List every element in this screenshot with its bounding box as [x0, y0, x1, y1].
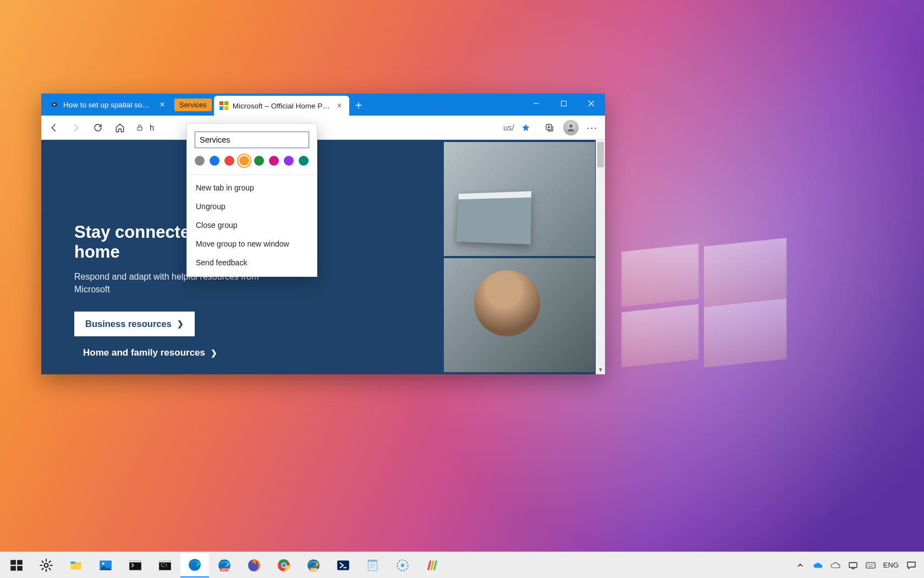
tab-close-icon[interactable]: ✕ — [158, 100, 167, 109]
svg-text:CAN: CAN — [311, 568, 318, 571]
taskbar-edge-canary[interactable]: CAN — [299, 553, 328, 577]
color-swatch-pink[interactable] — [269, 156, 279, 166]
minimize-button[interactable] — [522, 94, 550, 113]
tray-keyboard-icon[interactable] — [866, 560, 876, 570]
vertical-scrollbar[interactable]: ▲ ▼ — [596, 140, 605, 374]
taskbar-app-gear[interactable] — [388, 553, 417, 577]
business-resources-button[interactable]: Business resources ❯ — [74, 312, 195, 336]
scroll-down-icon[interactable]: ▼ — [596, 365, 605, 374]
svg-rect-42 — [866, 563, 875, 568]
scroll-thumb[interactable] — [597, 142, 604, 167]
color-swatch-purple[interactable] — [284, 156, 294, 166]
svg-rect-8 — [10, 560, 16, 565]
tray-action-center-icon[interactable] — [906, 560, 916, 570]
taskbar-cmd[interactable]: C:\ — [151, 553, 179, 577]
color-swatch-green[interactable] — [254, 156, 264, 166]
svg-rect-9 — [17, 560, 23, 565]
refresh-button[interactable] — [87, 118, 108, 138]
maximize-button[interactable] — [550, 94, 578, 113]
svg-rect-11 — [17, 566, 23, 571]
color-swatches — [187, 156, 317, 173]
taskbar-firefox[interactable] — [240, 553, 268, 577]
tray-overflow-icon[interactable] — [795, 560, 805, 570]
menu-move-group-new-window[interactable]: Move group to new window — [187, 235, 317, 253]
svg-point-12 — [45, 563, 48, 567]
taskbar-photos[interactable] — [91, 553, 120, 577]
collections-button[interactable] — [539, 118, 560, 138]
tray-network-icon[interactable] — [848, 560, 858, 570]
svg-text:C:\: C:\ — [161, 562, 167, 568]
tab-spatial-sound[interactable]: How to set up spatial sound with ✕ — [45, 94, 172, 116]
taskbar-powershell[interactable] — [329, 553, 358, 577]
tab-microsoft-home[interactable]: Microsoft – Official Home Page ✕ — [214, 96, 349, 116]
back-button[interactable] — [43, 118, 64, 138]
tray-onedrive2-icon[interactable] — [831, 560, 840, 570]
color-swatch-grey[interactable] — [195, 156, 205, 166]
menu-close-group[interactable]: Close group — [187, 216, 317, 235]
windows-logo-watermark — [622, 248, 787, 369]
chevron-right-icon: ❯ — [177, 319, 184, 328]
color-swatch-blue[interactable] — [210, 156, 219, 166]
menu-ungroup[interactable]: Ungroup — [187, 197, 317, 216]
microsoft-favicon — [219, 101, 228, 110]
url-text-right: us/ — [503, 123, 514, 132]
edge-browser-window: How to set up spatial sound with ✕ Servi… — [41, 94, 605, 374]
tab-group-pill[interactable]: Services — [174, 99, 212, 111]
close-button[interactable] — [578, 94, 605, 113]
svg-rect-20 — [159, 560, 171, 562]
page-content: Stay connected at home Respond and adapt… — [41, 140, 605, 374]
tab-title: How to set up spatial sound with — [63, 101, 153, 109]
svg-rect-5 — [138, 127, 142, 130]
svg-text:BETA: BETA — [222, 568, 229, 571]
home-family-resources-link[interactable]: Home and family resources ❯ — [83, 347, 261, 358]
home-button[interactable] — [109, 118, 130, 138]
color-swatch-teal[interactable] — [299, 156, 309, 166]
svg-rect-34 — [368, 560, 377, 561]
desktop: How to set up spatial sound with ✕ Servi… — [0, 0, 924, 578]
svg-point-28 — [282, 563, 286, 567]
svg-point-39 — [401, 563, 405, 567]
color-swatch-red[interactable] — [224, 156, 234, 166]
taskbar-terminal[interactable] — [121, 553, 150, 577]
taskbar-app-stripes[interactable] — [418, 553, 447, 577]
toolbar: h us/ ⋯ — [41, 116, 605, 140]
profile-avatar[interactable] — [563, 120, 579, 135]
forward-button[interactable] — [65, 118, 86, 138]
system-tray: ENG — [795, 560, 922, 570]
svg-rect-13 — [70, 561, 75, 563]
settings-menu-button[interactable]: ⋯ — [582, 118, 603, 138]
taskbar-chrome[interactable] — [270, 553, 298, 577]
tab-title: Microsoft – Official Home Page — [233, 102, 331, 110]
taskbar: C:\ BETA CAN — [0, 552, 924, 578]
tab-group-name-input[interactable] — [195, 132, 309, 148]
svg-rect-40 — [849, 563, 857, 568]
start-button[interactable] — [2, 553, 31, 577]
taskbar-file-explorer[interactable] — [62, 553, 90, 577]
chevron-right-icon: ❯ — [211, 348, 217, 357]
menu-new-tab-in-group[interactable]: New tab in group — [187, 178, 317, 197]
taskbar-edge[interactable] — [180, 553, 209, 577]
color-swatch-orange[interactable] — [239, 156, 249, 166]
menu-send-feedback[interactable]: Send feedback — [187, 253, 317, 272]
svg-rect-17 — [129, 560, 141, 562]
tray-onedrive-icon[interactable] — [813, 560, 823, 570]
new-tab-button[interactable]: ＋ — [349, 94, 368, 116]
svg-point-0 — [53, 103, 56, 106]
taskbar-notepad[interactable] — [359, 553, 387, 577]
url-text-left: h — [150, 123, 156, 132]
lock-icon — [133, 124, 146, 132]
svg-rect-10 — [10, 566, 16, 571]
svg-rect-2 — [562, 101, 566, 106]
taskbar-settings[interactable] — [32, 553, 61, 577]
taskbar-pinned: C:\ BETA CAN — [2, 553, 447, 577]
favorite-star-icon[interactable] — [518, 123, 534, 133]
hero-image-collage — [444, 140, 595, 374]
tray-language[interactable]: ENG — [883, 561, 899, 569]
tab-close-icon[interactable]: ✕ — [335, 101, 344, 110]
window-controls — [522, 94, 605, 113]
hero-image-phone — [444, 258, 595, 372]
tab-group-context-menu: New tab in group Ungroup Close group Mov… — [186, 123, 317, 277]
site-favicon — [50, 100, 59, 109]
taskbar-edge-beta[interactable]: BETA — [210, 553, 239, 577]
svg-point-7 — [569, 124, 573, 128]
